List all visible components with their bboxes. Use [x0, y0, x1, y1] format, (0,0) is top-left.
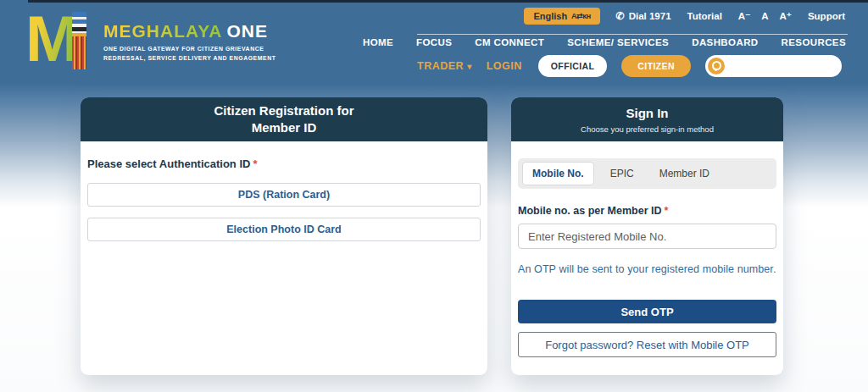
pds-ration-card-button[interactable]: PDS (Ration Card) — [87, 183, 481, 207]
tagline-line2: REDRESSAL, SERVICE DELIVERY AND ENGAGEME… — [103, 53, 275, 63]
forgot-password-button[interactable]: Forgot password? Reset with Mobile OTP — [518, 332, 776, 357]
mobile-number-label: Mobile no. as per Member ID* — [518, 205, 776, 217]
logo-tagline: ONE DIGITAL GATEWAY FOR CITIZEN GRIEVANC… — [103, 44, 275, 63]
tutorial-link[interactable]: Tutorial — [687, 11, 722, 21]
sign-in-subtitle: Choose you preferred sign-in method — [511, 124, 783, 134]
meghalaya-one-portal: M MEGHALAYAONE ONE DIGITAL GATEWAY FOR C… — [0, 0, 868, 392]
registration-title-line2: Member ID — [81, 119, 487, 136]
secondary-nav: TRADER ▾ LOGIN OFFICIAL CITIZEN — [417, 55, 842, 77]
search-box[interactable] — [705, 55, 842, 77]
logo-title: MEGHALAYAONE — [103, 22, 275, 40]
monogram-m-icon: M — [25, 5, 79, 73]
top-divider — [28, 0, 868, 3]
auth-id-label: Please select Authentication ID* — [87, 157, 481, 170]
required-asterisk: * — [664, 205, 668, 217]
logo-title-meghalaya: MEGHALAYA — [103, 21, 222, 41]
nav-item-scheme-services[interactable]: SCHEME/ SERVICES — [567, 37, 669, 47]
support-link[interactable]: Support — [808, 11, 845, 21]
tab-member-id[interactable]: Member ID — [650, 163, 719, 185]
search-icon — [708, 58, 725, 75]
otp-info-text: An OTP will be sent to your registered m… — [518, 263, 776, 275]
mobile-number-label-text: Mobile no. as per Member ID — [518, 205, 661, 217]
font-normal-button[interactable]: A — [761, 11, 768, 21]
chevron-down-icon: ▾ — [467, 62, 472, 71]
search-input[interactable] — [725, 58, 868, 75]
logo-text: MEGHALAYAONE ONE DIGITAL GATEWAY FOR CIT… — [103, 10, 275, 63]
utility-bar: English A⇄ᴋʜ ✆ Dial 1971 Tutorial A⁻ A A… — [524, 8, 845, 25]
trader-label: TRADER — [417, 60, 464, 72]
nav-item-resources[interactable]: RESOURCES — [782, 37, 846, 47]
nav-item-focus[interactable]: FOCUS — [416, 37, 452, 47]
registration-card-body: Please select Authentication ID* PDS (Ra… — [81, 141, 487, 241]
primary-nav: HOME FOCUS CM CONNECT SCHEME/ SERVICES D… — [363, 37, 846, 47]
citizen-registration-card: Citizen Registration for Member ID Pleas… — [81, 97, 487, 375]
nav-divider — [417, 34, 848, 35]
trader-dropdown[interactable]: TRADER ▾ — [417, 60, 472, 72]
language-select-button[interactable]: English A⇄ᴋʜ — [524, 8, 599, 25]
sign-in-title: Sign In — [511, 105, 783, 122]
tab-mobile-no[interactable]: Mobile No. — [522, 162, 594, 185]
required-asterisk: * — [253, 157, 257, 170]
citizen-button[interactable]: CITIZEN — [621, 55, 691, 77]
language-label: English — [533, 11, 567, 21]
dial-helpline[interactable]: ✆ Dial 1971 — [616, 10, 671, 22]
tab-epic[interactable]: EPIC — [601, 163, 643, 185]
dial-label: Dial 1971 — [629, 11, 671, 21]
nav-item-home[interactable]: HOME — [363, 37, 393, 47]
font-size-controls: A⁻ A A⁺ — [738, 10, 792, 22]
phone-icon: ✆ — [616, 10, 625, 22]
sign-in-card-header: Sign In Choose you preferred sign-in met… — [511, 97, 783, 141]
login-link[interactable]: LOGIN — [487, 60, 522, 72]
sign-in-card: Sign In Choose you preferred sign-in met… — [511, 97, 783, 375]
meghalaya-monogram: M — [25, 10, 98, 73]
nav-item-dashboard[interactable]: DASHBOARD — [692, 37, 758, 47]
registration-card-header: Citizen Registration for Member ID — [81, 97, 487, 141]
translate-icon: A⇄ᴋʜ — [571, 12, 591, 20]
official-button[interactable]: OFFICIAL — [538, 55, 608, 77]
sign-in-card-body: Mobile No. EPIC Member ID Mobile no. as … — [511, 141, 783, 357]
logo-title-one: ONE — [226, 21, 268, 41]
auth-id-label-text: Please select Authentication ID — [87, 157, 250, 170]
registration-title-line1: Citizen Registration for — [81, 102, 487, 119]
sign-in-method-tabs: Mobile No. EPIC Member ID — [518, 158, 776, 189]
registration-card-title: Citizen Registration for Member ID — [81, 102, 487, 137]
mobile-number-input[interactable] — [518, 224, 776, 249]
site-logo[interactable]: M MEGHALAYAONE ONE DIGITAL GATEWAY FOR C… — [25, 10, 275, 73]
send-otp-button[interactable]: Send OTP — [518, 300, 776, 323]
election-photo-id-button[interactable]: Election Photo ID Card — [87, 218, 481, 241]
textile-stripe-icon — [72, 12, 86, 69]
font-increase-button[interactable]: A⁺ — [780, 10, 792, 22]
font-decrease-button[interactable]: A⁻ — [738, 10, 750, 22]
nav-item-cm-connect[interactable]: CM CONNECT — [475, 37, 544, 47]
tagline-line1: ONE DIGITAL GATEWAY FOR CITIZEN GRIEVANC… — [103, 44, 275, 53]
